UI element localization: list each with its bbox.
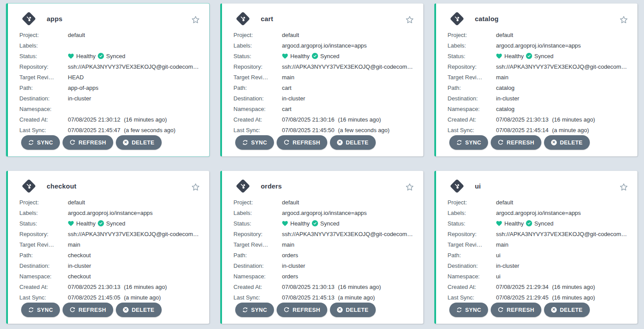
field-value-last-sync: 07/08/2025 21:45:47 (a few seconds ago) — [68, 127, 175, 133]
field-label-repository: Repository: — [19, 63, 68, 70]
field-label-last-sync: Last Sync: — [448, 127, 496, 133]
delete-button[interactable]: ✕ DELETE — [116, 135, 162, 150]
field-row-created-at: Created At: 07/08/2025 21:30:12 (16 minu… — [19, 114, 200, 125]
field-row-repository: Repository: ssh://APKA3NYVY37VEX3EKOJQ@g… — [448, 229, 629, 239]
application-icon — [449, 178, 464, 193]
refresh-button[interactable]: REFRESH — [63, 135, 113, 150]
sync-button[interactable]: SYNC — [449, 135, 488, 150]
application-name: cart — [261, 15, 273, 22]
application-card-apps[interactable]: apps Project: default Labels: Status: — [6, 4, 209, 156]
field-label-path: Path: — [448, 85, 496, 91]
application-card-orders[interactable]: orders Project: default Labels: argocd.a… — [220, 171, 423, 324]
field-value-target-revision: main — [282, 241, 294, 248]
field-value-created-at: 07/08/2025 21:30:12 (16 minutes ago) — [68, 116, 167, 123]
health-status-text: Healthy — [290, 220, 310, 227]
created-at-relative: (16 minutes ago) — [124, 284, 167, 290]
field-label-namespace: Namespace: — [448, 106, 496, 112]
sync-button[interactable]: SYNC — [21, 135, 60, 150]
redo-arrow-icon — [70, 140, 75, 145]
last-sync-relative: (a few seconds ago) — [338, 127, 389, 133]
favorite-star-button[interactable] — [405, 15, 415, 25]
delete-button[interactable]: ✕ DELETE — [544, 303, 590, 317]
heart-icon — [282, 221, 288, 226]
application-card-checkout[interactable]: checkout Project: default Labels: argocd… — [6, 171, 209, 324]
field-label-target-revision: Target Revi… — [233, 74, 282, 81]
field-row-destination: Destination: in-cluster — [19, 260, 200, 271]
favorite-star-button[interactable] — [191, 182, 200, 192]
field-label-created-at: Created At: — [448, 284, 496, 290]
delete-button[interactable]: ✕ DELETE — [330, 303, 376, 317]
git-branch-diamond-icon — [22, 11, 36, 26]
field-row-destination: Destination: in-cluster — [448, 93, 629, 104]
favorite-star-button[interactable] — [619, 15, 629, 25]
delete-button-label: DELETE — [560, 140, 583, 146]
card-actions: SYNC REFRESH ✕ DELETE — [235, 303, 376, 317]
refresh-button-label: REFRESH — [292, 307, 320, 313]
field-row-created-at: Created At: 07/08/2025 21:30:13 (16 minu… — [233, 281, 415, 292]
heart-icon — [68, 221, 74, 226]
refresh-button[interactable]: REFRESH — [491, 303, 541, 317]
refresh-button[interactable]: REFRESH — [63, 303, 113, 317]
field-row-namespace: Namespace: — [19, 104, 200, 114]
star-outline-icon — [405, 182, 415, 192]
created-at-timestamp: 07/08/2025 21:29:34 — [496, 284, 548, 290]
field-row-last-sync: Last Sync: 07/08/2025 21:45:47 (a few se… — [19, 125, 200, 135]
field-label-repository: Repository: — [233, 63, 282, 70]
field-value-repository: ssh://APKA3NYVY37VEX3EKOJQ@git-codecom… — [496, 63, 627, 70]
refresh-button[interactable]: REFRESH — [277, 303, 327, 317]
sync-arrows-icon — [456, 307, 462, 313]
field-row-project: Project: default — [19, 197, 200, 207]
health-status-text: Healthy — [504, 53, 524, 59]
card-header: apps — [19, 11, 200, 26]
sync-button[interactable]: SYNC — [235, 135, 274, 150]
refresh-button[interactable]: REFRESH — [491, 135, 541, 150]
application-card-ui[interactable]: ui Project: default Labels: argocd.argop… — [434, 171, 637, 324]
field-value-labels: argocd.argoproj.io/instance=apps — [496, 210, 581, 216]
times-circle-icon: ✕ — [551, 307, 557, 313]
delete-button-label: DELETE — [560, 307, 583, 313]
delete-button[interactable]: ✕ DELETE — [330, 135, 376, 150]
field-row-target-revision: Target Revi… main — [448, 239, 629, 250]
redo-arrow-icon — [70, 307, 75, 313]
field-value-destination: in-cluster — [496, 95, 519, 102]
field-row-labels: Labels: argocd.argoproj.io/instance=apps — [19, 207, 200, 218]
field-value-status: Healthy Synced — [282, 53, 339, 59]
created-at-timestamp: 07/08/2025 21:30:12 — [68, 116, 120, 123]
sync-arrows-icon — [28, 140, 34, 145]
field-label-target-revision: Target Revi… — [448, 74, 496, 81]
field-value-target-revision: main — [282, 74, 294, 81]
field-row-namespace: Namespace: catalog — [448, 104, 629, 114]
field-row-labels: Labels: argocd.argoproj.io/instance=apps — [233, 40, 415, 51]
field-rows: Project: default Labels: Status: Healthy — [19, 30, 200, 135]
field-label-repository: Repository: — [448, 63, 496, 70]
sync-button-label: SYNC — [465, 307, 481, 313]
sync-button[interactable]: SYNC — [235, 303, 274, 317]
field-value-status: Healthy Synced — [68, 220, 125, 227]
card-header: checkout — [19, 178, 200, 193]
git-branch-diamond-icon — [236, 11, 250, 26]
application-card-cart[interactable]: cart Project: default Labels: argocd.arg… — [220, 4, 423, 156]
sync-button[interactable]: SYNC — [21, 303, 60, 317]
favorite-star-button[interactable] — [619, 182, 629, 192]
sync-status-text: Synced — [106, 53, 125, 59]
field-rows: Project: default Labels: argocd.argoproj… — [233, 30, 415, 135]
star-outline-icon — [191, 182, 200, 192]
delete-button[interactable]: ✕ DELETE — [544, 135, 590, 150]
favorite-star-button[interactable] — [405, 182, 415, 192]
delete-button[interactable]: ✕ DELETE — [116, 303, 162, 317]
refresh-button[interactable]: REFRESH — [277, 135, 327, 150]
field-label-labels: Labels: — [19, 210, 68, 216]
field-value-last-sync: 07/08/2025 21:45:05 (a minute ago) — [68, 294, 161, 301]
field-row-path: Path: checkout — [19, 250, 200, 260]
last-sync-relative: (a minute ago) — [124, 294, 161, 301]
field-label-last-sync: Last Sync: — [448, 294, 496, 301]
field-value-project: default — [282, 32, 299, 38]
sync-button[interactable]: SYNC — [449, 303, 488, 317]
favorite-star-button[interactable] — [191, 15, 200, 25]
created-at-relative: (16 minutes ago) — [552, 284, 595, 290]
field-row-last-sync: Last Sync: 07/08/2025 21:45:13 (a minute… — [233, 292, 415, 303]
last-sync-relative: (a minute ago) — [338, 294, 375, 301]
field-rows: Project: default Labels: argocd.argoproj… — [448, 30, 629, 135]
field-label-target-revision: Target Revi… — [19, 241, 68, 248]
application-card-catalog[interactable]: catalog Project: default Labels: argocd.… — [434, 4, 637, 156]
